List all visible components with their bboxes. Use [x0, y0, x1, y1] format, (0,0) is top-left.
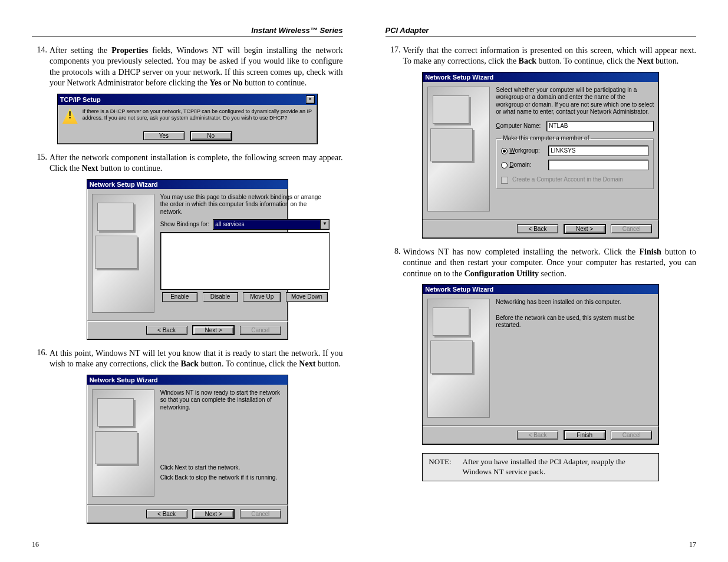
wizard-graphic	[92, 194, 154, 313]
computer-name-label: Computer Name:	[496, 123, 546, 130]
finish-button[interactable]: Finish	[564, 431, 605, 439]
enable-button[interactable]: Enable	[162, 292, 197, 302]
tcpip-buttons: Yes No	[58, 131, 317, 140]
tcpip-titlebar: TCP/IP Setup ×	[58, 94, 317, 105]
step-number: 14.	[32, 45, 50, 89]
step-body: After the network component installation…	[50, 153, 343, 174]
wizard-buttons: < Back Next > Cancel	[87, 321, 288, 339]
bindings-wizard-dialog: Network Setup Wizard You may use this pa…	[87, 179, 288, 340]
tcpip-body: If there is a DHCP server on your networ…	[58, 105, 317, 127]
bindings-intro: You may use this page to disable network…	[160, 194, 330, 216]
wizard-graphic	[427, 299, 490, 418]
installed-content: Networking has been installed on this co…	[496, 299, 654, 418]
note-text: After you have installed the PCI Adapter…	[463, 457, 640, 477]
domain-radio[interactable]	[501, 162, 508, 168]
create-account-checkbox[interactable]	[501, 177, 508, 184]
wizard-title: Network Setup Wizard	[425, 286, 493, 293]
cancel-button[interactable]: Cancel	[240, 510, 281, 518]
wizard-graphic	[92, 389, 154, 497]
cancel-button[interactable]: Cancel	[240, 326, 281, 335]
wizard-title: Network Setup Wizard	[90, 181, 158, 188]
back-button[interactable]: < Back	[146, 326, 187, 335]
installed-wizard-dialog: Network Setup Wizard Networking has been…	[422, 284, 659, 445]
page-right: PCI Adapter 17. Verify that the correct …	[364, 26, 697, 544]
domain-label: Domain:	[509, 161, 548, 169]
move-up-button[interactable]: Move Up	[243, 292, 281, 302]
ready-wizard-dialog: Network Setup Wizard Windows NT is now r…	[87, 375, 288, 524]
page-spread: Instant Wireless™ Series 14. After setti…	[0, 0, 728, 562]
step-number: 8.	[386, 247, 403, 279]
back-button[interactable]: < Back	[146, 510, 187, 518]
step-body: Verify that the correct information is p…	[403, 45, 697, 67]
tcpip-message: If there is a DHCP server on your networ…	[83, 108, 312, 122]
installed-line1: Networking has been installed on this co…	[496, 299, 654, 306]
membership-content: Select whether your computer will be par…	[496, 87, 654, 211]
bindings-listbox[interactable]	[160, 232, 330, 290]
move-down-button[interactable]: Move Down	[286, 292, 328, 302]
member-of-group: Make this computer a member of Workgroup…	[496, 135, 654, 189]
ready-content: Windows NT is now ready to start the net…	[160, 389, 283, 497]
step-number: 17.	[386, 45, 403, 67]
no-button[interactable]: No	[190, 131, 232, 140]
wizard-buttons: < Back Next > Cancel	[87, 505, 288, 523]
step-17: 17. Verify that the correct information …	[386, 45, 697, 239]
create-account-label: Create a Computer Account in the Domain	[512, 176, 623, 183]
page-number-left: 16	[32, 540, 39, 549]
warning-icon	[62, 108, 78, 124]
ready-line2: Click Next to start the network.	[160, 464, 283, 472]
wizard-titlebar: Network Setup Wizard	[423, 285, 658, 294]
yes-button[interactable]: Yes	[143, 131, 185, 140]
membership-wizard-dialog: Network Setup Wizard Select whether your…	[422, 72, 659, 239]
workgroup-label: Workgroup:	[509, 147, 548, 155]
step-body: At this point, Windows NT will let you k…	[50, 348, 343, 370]
page-number-right: 17	[689, 540, 696, 549]
next-button[interactable]: Next >	[193, 326, 234, 335]
installed-line2: Before the network can be used, this sys…	[496, 315, 654, 329]
wizard-buttons: < Back Next > Cancel	[423, 220, 658, 238]
wizard-titlebar: Network Setup Wizard	[87, 180, 288, 189]
step-number: 16.	[32, 348, 50, 370]
back-button[interactable]: < Back	[517, 431, 558, 439]
member-of-legend: Make this computer a member of	[501, 135, 591, 143]
next-button[interactable]: Next >	[564, 224, 605, 233]
ready-line3: Click Back to stop the network if it is …	[160, 474, 283, 482]
tcpip-setup-dialog: TCP/IP Setup × If there is a DHCP server…	[57, 94, 318, 144]
cancel-button[interactable]: Cancel	[611, 431, 652, 439]
disable-button[interactable]: Disable	[203, 292, 238, 302]
cancel-button[interactable]: Cancel	[611, 224, 652, 233]
note-box: NOTE: After you have installed the PCI A…	[422, 453, 659, 481]
close-icon[interactable]: ×	[306, 95, 315, 104]
show-bindings-select[interactable]: all services ▼	[213, 219, 330, 230]
computer-name-field[interactable]: NTLAB	[546, 121, 654, 131]
chevron-down-icon[interactable]: ▼	[321, 219, 330, 230]
next-button[interactable]: Next >	[193, 510, 234, 518]
step-14: 14. After setting the Properties fields,…	[32, 45, 343, 144]
note-label: NOTE:	[429, 457, 460, 467]
wizard-titlebar: Network Setup Wizard	[87, 375, 288, 385]
wizard-titlebar: Network Setup Wizard	[423, 72, 658, 82]
step-body: Windows NT has now completed installing …	[403, 247, 697, 279]
step-8: 8. Windows NT has now completed installi…	[386, 247, 697, 481]
ready-line1: Windows NT is now ready to start the net…	[160, 389, 283, 412]
step-15: 15. After the network component installa…	[32, 153, 343, 340]
series-header-left: Instant Wireless™ Series	[32, 26, 343, 37]
step-body: After setting the Properties fields, Win…	[50, 45, 343, 89]
wizard-graphic	[427, 87, 490, 211]
step-number: 15.	[32, 153, 50, 174]
step-16: 16. At this point, Windows NT will let y…	[32, 348, 343, 524]
workgroup-field[interactable]: LINKSYS	[548, 146, 648, 156]
workgroup-radio[interactable]	[501, 148, 508, 154]
back-button[interactable]: < Back	[517, 224, 558, 233]
series-header-right: PCI Adapter	[386, 26, 697, 37]
wizard-title: Network Setup Wizard	[90, 376, 158, 384]
bindings-content: You may use this page to disable network…	[160, 194, 330, 313]
domain-field[interactable]	[548, 160, 648, 170]
wizard-buttons: < Back Finish Cancel	[423, 426, 658, 444]
tcpip-title: TCP/IP Setup	[60, 96, 101, 103]
page-left: Instant Wireless™ Series 14. After setti…	[32, 26, 364, 544]
wizard-title: Network Setup Wizard	[425, 74, 493, 81]
show-bindings-label: Show Bindings for:	[160, 221, 209, 229]
membership-intro: Select whether your computer will be par…	[496, 87, 654, 116]
